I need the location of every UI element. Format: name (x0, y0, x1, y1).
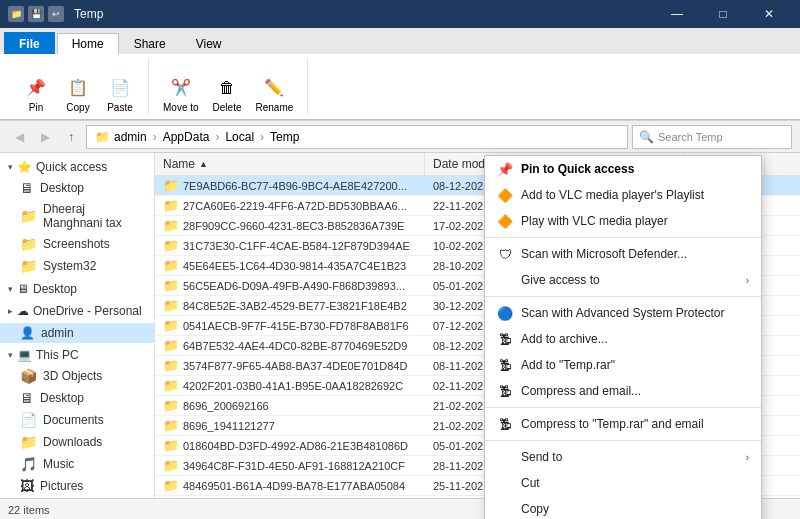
file-folder-icon: 📁 (163, 378, 179, 393)
onedrive-header[interactable]: ▸ ☁ OneDrive - Personal (0, 301, 154, 321)
sidebar-item-screenshots[interactable]: 📁 Screenshots (0, 233, 154, 255)
ctx-submenu-arrow: › (746, 452, 749, 463)
path-part-temp[interactable]: Temp (270, 130, 299, 144)
admin-section: 👤 admin (0, 323, 154, 343)
ribbon-tabs: File Home Share View (0, 28, 800, 54)
ribbon-group-clipboard: 📌 Pin 📋 Copy 📄 Paste (8, 59, 149, 115)
sidebar-item-dheeraj[interactable]: 📁 Dheeraj Manghnani tax (0, 199, 154, 233)
file-folder-icon: 📁 (163, 238, 179, 253)
close-button[interactable]: ✕ (746, 0, 792, 28)
thispc-label: This PC (36, 348, 79, 362)
tab-view[interactable]: View (181, 32, 237, 54)
file-name-cell: 📁 0541AECB-9F7F-415E-B730-FD78F8AB81F6 (155, 316, 425, 335)
sidebar-item-admin[interactable]: 👤 admin (0, 323, 154, 343)
forward-button[interactable]: ▶ (34, 126, 56, 148)
sidebar-item-desktop-pc[interactable]: 🖥 Desktop (0, 387, 154, 409)
maximize-button[interactable]: □ (700, 0, 746, 28)
thispc-header[interactable]: ▾ 💻 This PC (0, 345, 154, 365)
up-button[interactable]: ↑ (60, 126, 82, 148)
ctx-item-label: Copy (521, 502, 549, 516)
ctx-item-give-access-to[interactable]: Give access to › (485, 267, 761, 293)
sidebar-item-documents[interactable]: 📄 Documents (0, 409, 154, 431)
col-header-name[interactable]: Name ▲ (155, 153, 425, 175)
ctx-item-add-to-vlc-media-players-playlist[interactable]: 🔶 Add to VLC media player's Playlist (485, 182, 761, 208)
file-name-cell: 📁 34964C8F-F31D-4E50-AF91-168812A210CF (155, 456, 425, 475)
window-controls: — □ ✕ (654, 0, 792, 28)
tab-home[interactable]: Home (57, 33, 119, 55)
ctx-item-compress-to-temprar-and-email[interactable]: 🗜 Compress to "Temp.rar" and email (485, 411, 761, 437)
sidebar-item-label: Dheeraj Manghnani tax (43, 202, 146, 230)
sidebar-item-label: Music (43, 457, 74, 471)
file-name: 64B7E532-4AE4-4DC0-82BE-8770469E52D9 (183, 340, 407, 352)
onedrive-icon: ☁ (17, 304, 29, 318)
ctx-item-label: Add to VLC media player's Playlist (521, 188, 704, 202)
ctx-item-icon: 🗜 (497, 383, 513, 399)
sidebar-item-system32[interactable]: 📁 System32 (0, 255, 154, 277)
ctx-item-send-to[interactable]: Send to › (485, 444, 761, 470)
file-name: 4202F201-03B0-41A1-B95E-0AA18282692C (183, 380, 403, 392)
ctx-item-cut[interactable]: Cut (485, 470, 761, 496)
search-box[interactable]: 🔍 Search Temp (632, 125, 792, 149)
sidebar-item-3dobjects[interactable]: 📦 3D Objects (0, 365, 154, 387)
file-name-cell: 📁 8696_1941121277 (155, 416, 425, 435)
ctx-item-pin-to-quick-access[interactable]: 📌 Pin to Quick access (485, 156, 761, 182)
onedrive-label: OneDrive - Personal (33, 304, 142, 318)
ctx-item-scan-with-advanced-system-protector[interactable]: 🔵 Scan with Advanced System Protector (485, 300, 761, 326)
sidebar-item-downloads[interactable]: 📁 Downloads (0, 431, 154, 453)
ribbon: File Home Share View 📌 Pin 📋 Copy 📄 Past… (0, 28, 800, 121)
file-name: 0541AECB-9F7F-415E-B730-FD78F8AB81F6 (183, 320, 409, 332)
tab-file[interactable]: File (4, 32, 55, 54)
ctx-item-scan-with-microsoft-defender[interactable]: 🛡 Scan with Microsoft Defender... (485, 241, 761, 267)
delete-button[interactable]: 🗑 Delete (207, 74, 248, 115)
file-name: 56C5EAD6-D09A-49FB-A490-F868D39893... (183, 280, 405, 292)
desktop-section: ▾ 🖥 Desktop (0, 279, 154, 299)
ctx-item-copy[interactable]: Copy (485, 496, 761, 519)
file-folder-icon: 📁 (163, 318, 179, 333)
thispc-icon: 💻 (17, 348, 32, 362)
path-part-appdata[interactable]: AppData (163, 130, 210, 144)
file-name-cell: 📁 56C5EAD6-D09A-49FB-A490-F868D39893... (155, 276, 425, 295)
col-name-label: Name (163, 157, 195, 171)
file-name-cell: 📁 84C8E52E-3AB2-4529-BE77-E3821F18E4B2 (155, 296, 425, 315)
sidebar-item-music[interactable]: 🎵 Music (0, 453, 154, 475)
chevron-icon: ▾ (8, 284, 13, 294)
ctx-item-label: Add to "Temp.rar" (521, 358, 615, 372)
path-part-admin[interactable]: admin (114, 130, 147, 144)
ctx-item-play-with-vlc-media-player[interactable]: 🔶 Play with VLC media player (485, 208, 761, 234)
minimize-button[interactable]: — (654, 0, 700, 28)
copy-button[interactable]: 📋 Copy (58, 74, 98, 115)
ctx-item-add-to-archive[interactable]: 🗜 Add to archive... (485, 326, 761, 352)
rename-button[interactable]: ✏️ Rename (249, 74, 299, 115)
file-name-cell: 📁 ActivityVisualCache (155, 496, 425, 498)
quick-access-header[interactable]: ▾ ⭐ Quick access (0, 157, 154, 177)
ctx-item-add-to-temprar[interactable]: 🗜 Add to "Temp.rar" (485, 352, 761, 378)
path-part-local[interactable]: Local (225, 130, 254, 144)
tab-share[interactable]: Share (119, 32, 181, 54)
address-path[interactable]: 📁 admin › AppData › Local › Temp (86, 125, 628, 149)
chevron-icon: ▾ (8, 162, 13, 172)
file-folder-icon: 📁 (163, 298, 179, 313)
sidebar-item-pictures[interactable]: 🖼 Pictures (0, 475, 154, 497)
ctx-item-label: Compress and email... (521, 384, 641, 398)
ctx-item-icon: 🔶 (497, 213, 513, 229)
chevron-icon: ▾ (8, 350, 13, 360)
file-name-cell: 📁 31C73E30-C1FF-4CAE-B584-12F879D394AE (155, 236, 425, 255)
move-label: Move to (163, 102, 199, 113)
sidebar-item-desktop-qa[interactable]: 🖥 Desktop (0, 177, 154, 199)
ctx-item-compress-and-email[interactable]: 🗜 Compress and email... (485, 378, 761, 404)
ctx-item-label: Add to archive... (521, 332, 608, 346)
move-button[interactable]: ✂️ Move to (157, 74, 205, 115)
back-button[interactable]: ◀ (8, 126, 30, 148)
item-count: 22 items (8, 504, 50, 516)
ribbon-content: 📌 Pin 📋 Copy 📄 Paste ✂️ Move to (0, 54, 800, 120)
save-icon: 💾 (28, 6, 44, 22)
sidebar: ▾ ⭐ Quick access 🖥 Desktop 📁 Dheeraj Man… (0, 153, 155, 498)
desktop-header[interactable]: ▾ 🖥 Desktop (0, 279, 154, 299)
folder-icon-screenshots: 📁 (20, 236, 37, 252)
sidebar-item-videos[interactable]: 🎬 Videos (0, 497, 154, 498)
pin-button[interactable]: 📌 Pin (16, 74, 56, 115)
paste-button[interactable]: 📄 Paste (100, 74, 140, 115)
undo-icon: ↩ (48, 6, 64, 22)
ctx-item-icon (497, 449, 513, 465)
file-name: 8696_200692166 (183, 400, 269, 412)
